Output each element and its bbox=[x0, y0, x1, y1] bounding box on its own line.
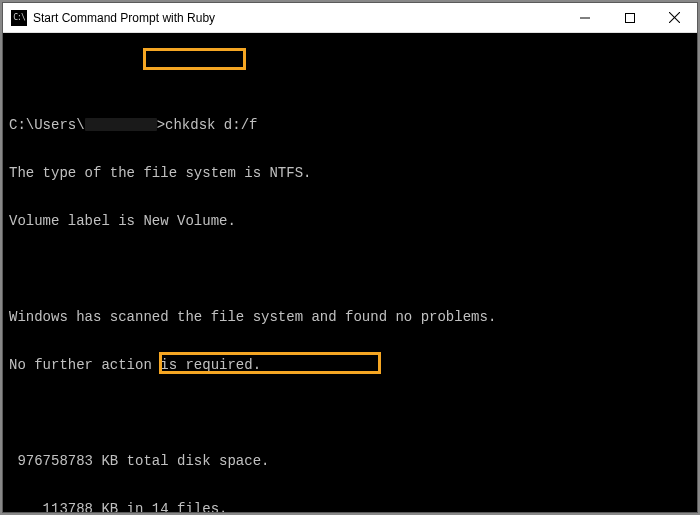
fs-type-line: The type of the file system is NTFS. bbox=[9, 165, 691, 181]
console-output[interactable]: C:\Users\>chkdsk d:/f The type of the fi… bbox=[3, 33, 697, 512]
svg-rect-1 bbox=[625, 13, 634, 22]
command-1: chkdsk d:/f bbox=[165, 117, 257, 133]
window-controls bbox=[562, 3, 697, 32]
redacted-username bbox=[85, 118, 157, 131]
highlight-box-1 bbox=[143, 48, 246, 70]
volume-label-line: Volume label is New Volume. bbox=[9, 213, 691, 229]
minimize-button[interactable] bbox=[562, 3, 607, 32]
terminal-icon-text: C:\ bbox=[13, 13, 24, 22]
prompt-line-1: C:\Users\>chkdsk d:/f bbox=[9, 117, 691, 133]
scan-message: Windows has scanned the file system and … bbox=[9, 309, 691, 325]
terminal-icon: C:\ bbox=[11, 10, 27, 26]
close-button[interactable] bbox=[652, 3, 697, 32]
app-window: C:\ Start Command Prompt with Ruby C:\Us… bbox=[2, 2, 698, 513]
stat-line: 976758783 KB total disk space. bbox=[9, 453, 691, 469]
maximize-button[interactable] bbox=[607, 3, 652, 32]
stat-line: 113788 KB in 14 files. bbox=[9, 501, 691, 512]
no-action-line: No further action is required. bbox=[9, 357, 691, 373]
titlebar[interactable]: C:\ Start Command Prompt with Ruby bbox=[3, 3, 697, 33]
window-title: Start Command Prompt with Ruby bbox=[33, 11, 562, 25]
prompt-path: C:\Users\ bbox=[9, 117, 85, 133]
prompt-caret: > bbox=[157, 117, 165, 133]
